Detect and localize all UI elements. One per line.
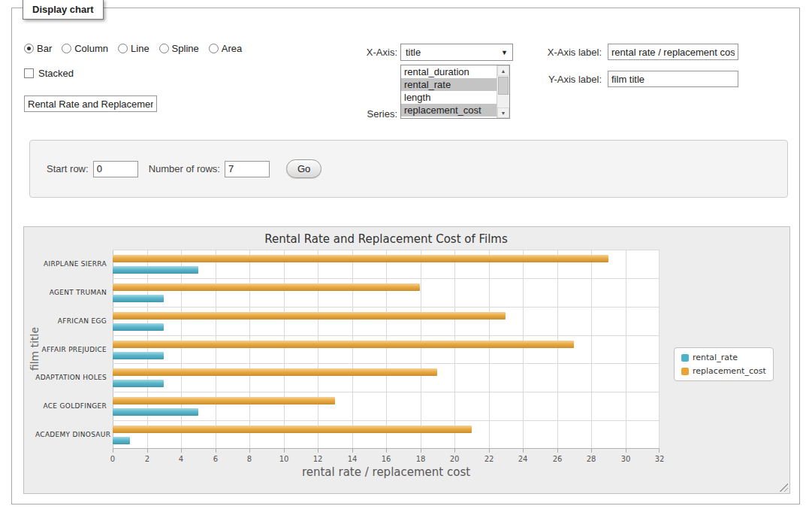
bar-rental_rate — [113, 295, 164, 302]
x-tick-label: 26 — [542, 455, 572, 463]
chart-type-radio-group: BarColumnLineSplineArea — [24, 43, 242, 54]
number-of-rows-input[interactable] — [225, 161, 270, 177]
chart-type-radio-spline[interactable]: Spline — [159, 43, 199, 54]
category-label: ACADEMY DINOSAUR — [35, 431, 107, 438]
gridline — [523, 250, 524, 449]
x-tick-label: 8 — [234, 455, 264, 463]
x-tick-label: 10 — [269, 455, 299, 463]
radio-icon — [62, 44, 71, 53]
gridline — [147, 250, 148, 449]
x-tick-label: 18 — [406, 455, 436, 463]
tick-mark — [626, 449, 626, 453]
series-options: rental_durationrental_ratelengthreplacem… — [401, 65, 497, 118]
gridline — [626, 250, 626, 449]
x-tick-label: 28 — [576, 455, 606, 463]
category-label: AIRPLANE SIERRA — [35, 260, 107, 268]
x-axis-label-field-label: X-Axis label: — [530, 47, 602, 58]
tick-mark — [659, 449, 660, 453]
series-listbox[interactable]: rental_durationrental_ratelengthreplacem… — [400, 65, 510, 119]
y-axis-label-field-label: Y-Axis label: — [530, 74, 602, 85]
x-tick-label: 4 — [166, 455, 196, 463]
tick-mark — [421, 449, 421, 453]
gridline — [386, 250, 387, 449]
scroll-down-icon[interactable]: ▼ — [497, 108, 509, 118]
resize-handle-icon[interactable] — [778, 482, 788, 492]
y-axis-label-input[interactable] — [608, 71, 738, 87]
stacked-label: Stacked — [38, 68, 74, 79]
bar-replacement_cost — [113, 341, 574, 348]
category-label: ACE GOLDFINGER — [35, 402, 107, 410]
bar-rental_rate — [113, 352, 164, 359]
chart: Rental Rate and Replacement Cost of Film… — [23, 226, 790, 494]
x-tick-label: 12 — [303, 455, 333, 463]
tick-mark — [591, 449, 592, 453]
category-label: AGENT TRUMAN — [35, 289, 107, 296]
legend-swatch — [681, 368, 689, 375]
radio-icon — [209, 44, 219, 53]
scrollbar-thumb[interactable] — [498, 77, 509, 95]
chart-type-radio-bar[interactable]: Bar — [24, 43, 52, 54]
x-axis-label-input[interactable] — [608, 44, 738, 60]
tick-mark — [216, 449, 216, 453]
checkbox-icon[interactable] — [24, 68, 34, 78]
series-option-rental_rate[interactable]: rental_rate — [401, 78, 497, 91]
category-label: AFRICAN EGG — [35, 317, 107, 325]
x-tick-label: 32 — [644, 455, 675, 463]
series-option-replacement_cost[interactable]: replacement_cost — [401, 104, 497, 117]
chevron-down-icon: ▼ — [501, 49, 508, 56]
gridline — [659, 250, 660, 449]
bar-rental_rate — [113, 266, 198, 274]
chart-type-label: Line — [131, 43, 149, 54]
tick-mark — [557, 449, 558, 453]
chart-type-radio-column[interactable]: Column — [62, 43, 108, 54]
series-option-length[interactable]: length — [401, 91, 497, 104]
chart-type-label: Bar — [37, 43, 52, 54]
tick-mark — [249, 449, 250, 453]
legend-swatch — [681, 354, 689, 362]
tick-mark — [352, 449, 353, 453]
gridline — [489, 250, 490, 449]
legend-label: rental_rate — [693, 353, 738, 362]
bar-rental_rate — [113, 408, 198, 416]
number-of-rows-label: Number of rows: — [149, 163, 220, 174]
go-button[interactable]: Go — [286, 159, 321, 178]
plot-area — [113, 250, 660, 449]
radio-icon — [118, 44, 128, 53]
listbox-scrollbar[interactable]: ▲ ▼ — [497, 65, 509, 118]
x-axis-select[interactable]: title ▼ — [400, 44, 513, 61]
gridline — [113, 250, 660, 250]
gridline — [181, 250, 182, 449]
bar-replacement_cost — [113, 368, 437, 376]
start-row-label: Start row: — [47, 163, 89, 174]
bar-replacement_cost — [113, 426, 472, 433]
gridline — [113, 363, 660, 364]
series-option-rental_duration[interactable]: rental_duration — [401, 65, 497, 78]
start-row-input[interactable] — [93, 161, 138, 177]
stacked-checkbox-row[interactable]: Stacked — [24, 68, 74, 79]
legend-item-replacement_cost[interactable]: replacement_cost — [681, 366, 766, 376]
gridline — [284, 250, 285, 449]
series-field-label: Series: — [337, 108, 397, 120]
tick-mark — [454, 449, 455, 453]
chart-type-radio-line[interactable]: Line — [118, 43, 149, 54]
category-label: ADAPTATION HOLES — [35, 374, 107, 381]
chart-type-radio-area[interactable]: Area — [209, 43, 242, 54]
chart-type-label: Spline — [172, 43, 199, 54]
scroll-up-icon[interactable]: ▲ — [497, 65, 509, 76]
x-tick-label: 14 — [337, 455, 367, 463]
gridline — [113, 392, 660, 392]
page: Display chart BarColumnLineSplineArea St… — [0, 0, 812, 512]
bar-replacement_cost — [113, 255, 608, 262]
radio-icon — [24, 44, 34, 53]
panel-title: Display chart — [23, 0, 104, 20]
legend-item-rental_rate[interactable]: rental_rate — [681, 353, 766, 362]
chart-title-input[interactable] — [24, 95, 157, 112]
bar-rental_rate — [113, 380, 164, 387]
tick-mark — [113, 449, 113, 453]
x-axis-field-label: X-Axis: — [337, 47, 397, 58]
row-range-panel: Start row: Number of rows: Go — [29, 140, 788, 198]
x-axis-select-value: title — [406, 47, 421, 58]
chart-legend: rental_ratereplacement_cost — [674, 347, 774, 381]
gridline — [113, 335, 660, 336]
legend-label: replacement_cost — [693, 366, 766, 376]
